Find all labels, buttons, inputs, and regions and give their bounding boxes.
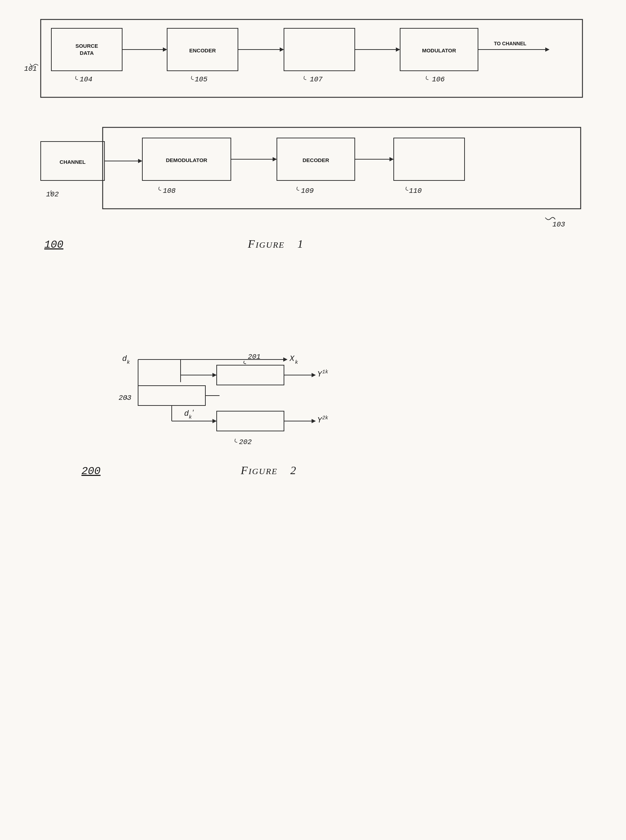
svg-text:': ' bbox=[191, 409, 195, 416]
svg-marker-15 bbox=[396, 47, 400, 52]
svg-text:d: d bbox=[184, 409, 189, 418]
svg-rect-1 bbox=[51, 28, 122, 71]
svg-text:109: 109 bbox=[301, 187, 314, 195]
svg-rect-12 bbox=[284, 28, 355, 71]
svg-text:2: 2 bbox=[290, 464, 297, 476]
diagram-svg: SOURCE DATA 104 ENCODER 105 107 M bbox=[0, 0, 626, 840]
svg-text:108: 108 bbox=[163, 187, 175, 195]
svg-text:101: 101 bbox=[24, 65, 37, 73]
svg-text:100: 100 bbox=[44, 239, 63, 251]
page: SOURCE DATA 104 ENCODER 105 107 M bbox=[0, 0, 626, 840]
svg-marker-28 bbox=[138, 159, 142, 163]
svg-text:F: F bbox=[240, 464, 249, 476]
svg-text:Y: Y bbox=[317, 416, 322, 425]
svg-marker-58 bbox=[311, 373, 316, 377]
svg-text:102: 102 bbox=[46, 190, 59, 198]
svg-text:DECODER: DECODER bbox=[302, 157, 329, 163]
svg-text:Y: Y bbox=[317, 370, 322, 379]
svg-marker-20 bbox=[545, 47, 549, 52]
svg-marker-73 bbox=[311, 419, 316, 423]
svg-marker-33 bbox=[272, 157, 277, 161]
svg-text:DEMODULATOR: DEMODULATOR bbox=[166, 157, 208, 163]
svg-text:202: 202 bbox=[239, 438, 252, 446]
svg-text:IGURE: IGURE bbox=[255, 240, 285, 250]
svg-marker-11 bbox=[280, 47, 284, 52]
svg-text:MODULATOR: MODULATOR bbox=[422, 47, 456, 53]
svg-rect-61 bbox=[138, 386, 205, 406]
svg-text:110: 110 bbox=[409, 187, 422, 195]
svg-text:k: k bbox=[295, 359, 298, 365]
svg-text:X: X bbox=[289, 354, 295, 364]
svg-text:F: F bbox=[247, 237, 256, 250]
svg-text:104: 104 bbox=[80, 75, 92, 83]
svg-rect-70 bbox=[217, 411, 284, 431]
svg-text:106: 106 bbox=[432, 75, 445, 83]
svg-text:d: d bbox=[122, 354, 127, 364]
svg-text:1: 1 bbox=[297, 237, 304, 250]
svg-text:IGURE: IGURE bbox=[248, 467, 278, 476]
svg-text:103: 103 bbox=[552, 220, 565, 229]
svg-marker-49 bbox=[283, 358, 288, 362]
svg-text:2k: 2k bbox=[322, 415, 328, 421]
svg-rect-55 bbox=[217, 365, 284, 385]
svg-rect-39 bbox=[394, 138, 465, 180]
svg-text:CHANNEL: CHANNEL bbox=[59, 159, 85, 165]
svg-text:203: 203 bbox=[119, 394, 131, 402]
svg-text:200: 200 bbox=[81, 465, 100, 477]
svg-text:ENCODER: ENCODER bbox=[189, 47, 216, 53]
svg-text:107: 107 bbox=[310, 75, 322, 83]
svg-text:SOURCE: SOURCE bbox=[75, 43, 98, 49]
svg-text:k: k bbox=[127, 359, 130, 365]
svg-text:201: 201 bbox=[248, 353, 261, 361]
svg-text:105: 105 bbox=[195, 75, 208, 83]
svg-marker-38 bbox=[390, 157, 394, 161]
svg-marker-54 bbox=[213, 373, 217, 377]
svg-text:1k: 1k bbox=[322, 369, 328, 375]
svg-text:TO CHANNEL: TO CHANNEL bbox=[494, 41, 526, 46]
svg-text:DATA: DATA bbox=[80, 50, 94, 56]
svg-marker-69 bbox=[213, 419, 217, 423]
svg-marker-6 bbox=[163, 47, 167, 52]
